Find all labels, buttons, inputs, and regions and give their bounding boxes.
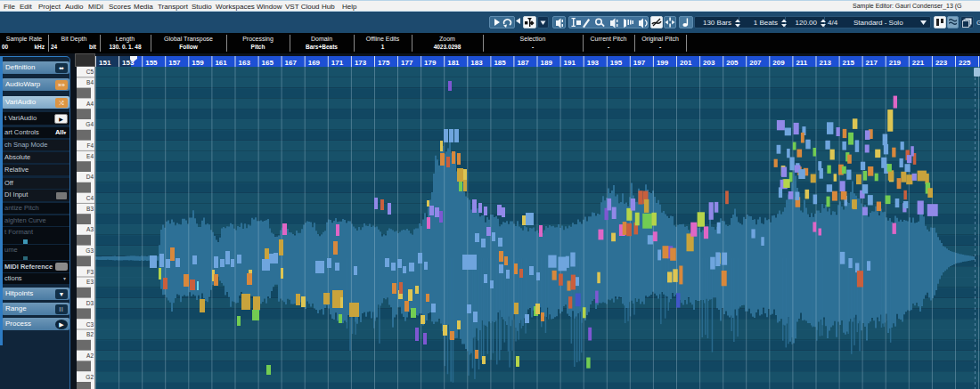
svg-text:165: 165 <box>262 59 274 67</box>
svg-text:E3: E3 <box>86 279 94 285</box>
svg-text:G2: G2 <box>86 374 94 380</box>
svg-text:C4: C4 <box>86 195 94 201</box>
svg-text:161: 161 <box>215 59 227 67</box>
svg-text:155: 155 <box>145 59 158 67</box>
svg-text:219: 219 <box>889 59 902 67</box>
svg-text:189: 189 <box>541 59 553 67</box>
svg-text:213: 213 <box>820 59 832 67</box>
svg-text:C5: C5 <box>86 69 94 75</box>
svg-text:B4: B4 <box>86 79 94 85</box>
svg-text:191: 191 <box>564 59 576 67</box>
svg-text:171: 171 <box>331 59 344 67</box>
svg-text:E4: E4 <box>86 153 94 159</box>
svg-text:203: 203 <box>703 59 715 67</box>
svg-text:215: 215 <box>843 59 855 67</box>
svg-text:197: 197 <box>633 59 646 67</box>
svg-text:209: 209 <box>772 59 785 67</box>
svg-text:181: 181 <box>447 59 460 67</box>
svg-text:F3: F3 <box>86 269 94 275</box>
svg-text:151: 151 <box>99 59 111 67</box>
svg-text:195: 195 <box>610 59 623 67</box>
svg-text:223: 223 <box>935 59 948 67</box>
svg-text:175: 175 <box>378 59 390 67</box>
svg-text:D3: D3 <box>86 300 94 306</box>
svg-text:C3: C3 <box>86 321 94 328</box>
svg-text:225: 225 <box>959 59 971 67</box>
svg-text:A3: A3 <box>86 226 94 232</box>
svg-text:157: 157 <box>168 59 181 67</box>
svg-text:F4: F4 <box>86 142 94 149</box>
svg-text:167: 167 <box>285 59 298 67</box>
svg-text:D4: D4 <box>86 174 94 180</box>
svg-text:193: 193 <box>587 59 600 67</box>
svg-text:169: 169 <box>308 59 321 67</box>
svg-text:185: 185 <box>494 59 506 67</box>
svg-text:221: 221 <box>912 59 925 67</box>
svg-text:G3: G3 <box>86 247 94 254</box>
svg-text:205: 205 <box>726 59 739 67</box>
svg-text:201: 201 <box>680 59 692 67</box>
svg-text:177: 177 <box>401 59 413 67</box>
svg-text:163: 163 <box>239 59 251 67</box>
svg-text:211: 211 <box>796 59 807 67</box>
svg-text:187: 187 <box>517 59 529 67</box>
svg-text:217: 217 <box>866 59 878 67</box>
svg-text:173: 173 <box>355 59 367 67</box>
svg-text:A4: A4 <box>86 101 94 107</box>
svg-text:B2: B2 <box>86 331 94 337</box>
svg-text:179: 179 <box>424 59 437 67</box>
svg-text:199: 199 <box>657 59 669 67</box>
svg-text:207: 207 <box>749 59 762 67</box>
svg-text:183: 183 <box>470 59 483 67</box>
svg-text:159: 159 <box>192 59 204 67</box>
svg-text:G4: G4 <box>86 121 94 127</box>
svg-text:B3: B3 <box>86 206 94 212</box>
svg-text:A2: A2 <box>86 353 94 359</box>
